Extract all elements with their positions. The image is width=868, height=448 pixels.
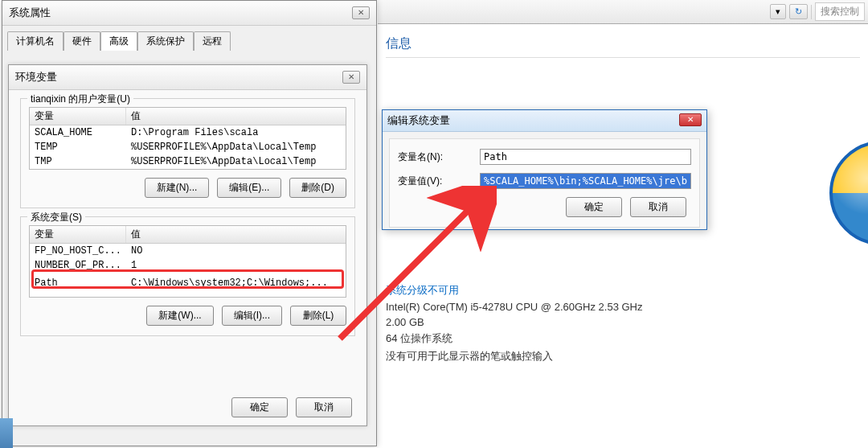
cpu-info: Intel(R) Core(TM) i5-4278U CPU @ 2.60GHz… [386,301,860,313]
column-variable[interactable]: 变量 [30,108,126,125]
tab-remote[interactable]: 远程 [194,31,231,51]
var-value-label: 变量值(V): [398,175,470,188]
column-value[interactable]: 值 [126,226,346,243]
table-row[interactable]: TMP %USERPROFILE%\AppData\Local\Temp [30,154,346,169]
close-icon[interactable]: ✕ [679,113,702,126]
environment-variables-dialog: 环境变量 ✕ tianqixin 的用户变量(U) 变量 值 SCALA_HOM… [8,64,367,426]
edit-system-variable-dialog: 编辑系统变量 ✕ 变量名(N): 变量值(V): 确定 取消 [382,109,707,230]
close-icon[interactable]: ✕ [342,71,360,84]
windows-logo [829,141,868,245]
nav-dropdown[interactable]: ▾ [770,4,786,19]
pen-touch-info: 没有可用于此显示器的笔或触控输入 [386,349,860,364]
tab-advanced[interactable]: 高级 [100,31,137,51]
table-row[interactable]: FP_NO_HOST_C... NO [30,244,346,258]
sysprops-tabs: 计算机名 硬件 高级 系统保护 远程 [2,26,376,50]
sysprops-title: 系统属性 [9,6,51,20]
editvar-titlebar[interactable]: 编辑系统变量 ✕ [383,110,706,132]
table-row[interactable]: SCALA_HOME D:\Program Files\scala [30,125,346,140]
table-row[interactable]: Path C:\Windows\system32;C:\Windows;... [30,276,346,290]
table-row[interactable]: NUMBER_OF_PR... 1 [30,258,346,273]
os-bits-info: 64 位操作系统 [386,331,860,346]
var-name-input[interactable] [480,149,691,165]
column-value[interactable]: 值 [126,108,346,125]
editvar-title: 编辑系统变量 [387,113,450,128]
user-variables-group: tianqixin 的用户变量(U) 变量 值 SCALA_HOME D:\Pr… [20,98,355,208]
address-toolbar: ▾ ↻ 搜索控制 [378,0,868,24]
cancel-button[interactable]: 取消 [296,397,352,417]
refresh-button[interactable]: ↻ [789,4,808,19]
user-variables-table[interactable]: 变量 值 SCALA_HOME D:\Program Files\scala T… [29,107,346,170]
ok-button[interactable]: 确定 [566,197,622,217]
cancel-button[interactable]: 取消 [630,197,686,217]
new-user-var-button[interactable]: 新建(N)... [145,178,210,198]
edit-user-var-button[interactable]: 编辑(E)... [217,178,281,198]
edit-sys-var-button[interactable]: 编辑(I)... [222,306,282,326]
var-value-input[interactable] [480,173,691,189]
rating-link[interactable]: 系统分级不可用 [386,283,860,298]
search-box[interactable]: 搜索控制 [815,2,865,21]
new-sys-var-button[interactable]: 新建(W)... [146,306,213,326]
ram-info: 2.00 GB [386,316,860,328]
tab-computer-name[interactable]: 计算机名 [7,31,63,51]
column-variable[interactable]: 变量 [30,226,126,243]
table-row[interactable]: TEMP %USERPROFILE%\AppData\Local\Temp [30,140,346,154]
separator [811,5,812,19]
close-icon[interactable]: ✕ [352,6,370,19]
user-group-label: tianqixin 的用户变量(U) [27,92,133,106]
section-title-info: 信息 [386,35,860,52]
envvars-titlebar[interactable]: 环境变量 ✕ [9,65,366,90]
envvars-title: 环境变量 [15,70,57,84]
delete-user-var-button[interactable]: 删除(D) [289,178,346,198]
system-variables-group: 系统变量(S) 变量 值 FP_NO_HOST_C... NO NUMBER_O… [20,216,355,336]
tab-hardware[interactable]: 硬件 [63,31,100,51]
taskbar-fragment [0,418,13,448]
system-variables-table[interactable]: 变量 值 FP_NO_HOST_C... NO NUMBER_OF_PR... … [29,225,346,298]
tab-system-protection[interactable]: 系统保护 [137,31,194,51]
delete-sys-var-button[interactable]: 删除(L) [290,306,346,326]
var-name-label: 变量名(N): [398,150,470,164]
sys-group-label: 系统变量(S) [27,211,85,224]
sysprops-titlebar[interactable]: 系统属性 ✕ [2,1,376,26]
ok-button[interactable]: 确定 [231,397,288,417]
